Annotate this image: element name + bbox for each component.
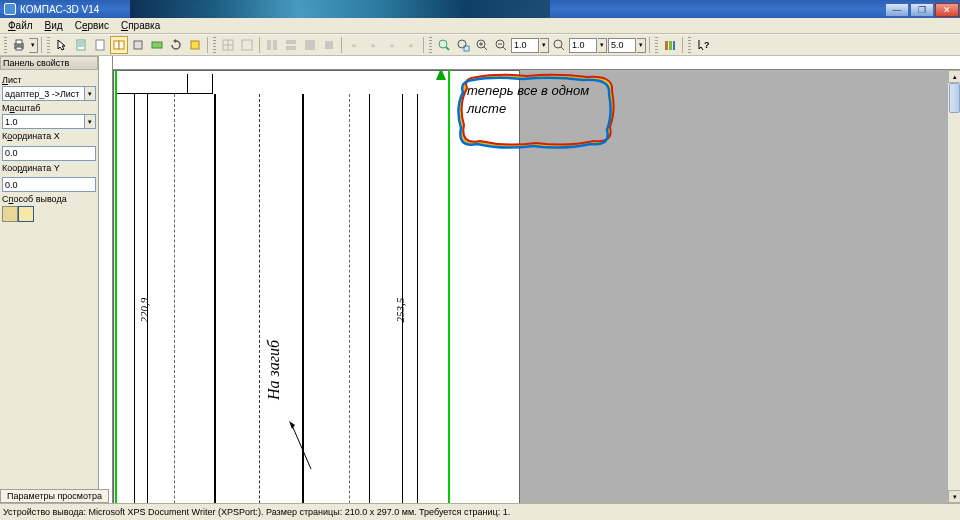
zoom-dropdown[interactable]: ▾ xyxy=(540,38,549,53)
multi-page-icon[interactable] xyxy=(110,36,128,54)
tool-icon[interactable] xyxy=(148,36,166,54)
grip[interactable] xyxy=(655,37,658,53)
svg-rect-10 xyxy=(242,40,252,50)
sheet-border xyxy=(115,70,450,503)
layout-icon[interactable] xyxy=(282,36,300,54)
rotate-icon[interactable] xyxy=(167,36,185,54)
svg-rect-24 xyxy=(669,41,672,50)
output-label: Способ вывода xyxy=(2,194,96,204)
menu-file[interactable]: Файл xyxy=(2,19,39,32)
svg-rect-14 xyxy=(286,46,296,50)
grip[interactable] xyxy=(688,37,691,53)
svg-rect-1 xyxy=(16,40,22,44)
svg-rect-23 xyxy=(665,41,668,50)
svg-rect-9 xyxy=(191,41,199,49)
scale-input[interactable] xyxy=(2,114,85,129)
help-icon[interactable]: ? xyxy=(694,36,712,54)
workspace: 220,9 253,5 На загиб теперь все в одном xyxy=(99,56,960,503)
svg-point-17 xyxy=(439,40,447,48)
svg-text:?: ? xyxy=(704,40,710,50)
pointer-icon[interactable] xyxy=(53,36,71,54)
svg-rect-13 xyxy=(286,40,296,44)
axis-arrow-icon xyxy=(436,70,446,80)
svg-point-22 xyxy=(554,40,562,48)
status-text: Устройство вывода: Microsoft XPS Documen… xyxy=(3,507,510,517)
svg-rect-4 xyxy=(96,40,104,50)
grip[interactable] xyxy=(213,37,216,53)
close-button[interactable]: ✕ xyxy=(935,3,959,17)
grip[interactable] xyxy=(4,37,7,53)
page-icon[interactable] xyxy=(91,36,109,54)
zoom-icon[interactable] xyxy=(550,36,568,54)
zoom-dropdown[interactable]: ▾ xyxy=(637,38,646,53)
layout-icon[interactable] xyxy=(301,36,319,54)
scroll-thumb[interactable] xyxy=(949,83,960,113)
grip[interactable] xyxy=(47,37,50,53)
panel-tab[interactable]: Параметры просмотра xyxy=(0,489,109,503)
dimension-1: 220,9 xyxy=(138,298,150,323)
grid-icon[interactable] xyxy=(219,36,237,54)
mode-button-2[interactable] xyxy=(18,206,34,222)
annotation-bubble: теперь все в одном листе xyxy=(455,72,615,149)
scrollbar-vertical[interactable]: ▴ ▾ xyxy=(947,70,960,503)
zoom-value-3[interactable]: 5.0 xyxy=(608,38,636,53)
coordy-label: Координата Y xyxy=(2,163,96,173)
layout-icon[interactable] xyxy=(320,36,338,54)
tool-icon[interactable]: ▫ xyxy=(383,36,401,54)
dropdown-icon[interactable]: ▾ xyxy=(85,114,96,129)
zoom-dropdown[interactable]: ▾ xyxy=(598,38,607,53)
svg-rect-2 xyxy=(16,47,22,50)
menu-tools[interactable]: Сервис xyxy=(69,19,115,32)
svg-rect-25 xyxy=(673,41,675,50)
dropdown-icon[interactable]: ▾ xyxy=(85,86,96,101)
center-line xyxy=(259,94,260,503)
zoom-fit-icon[interactable] xyxy=(435,36,453,54)
scroll-up-icon[interactable]: ▴ xyxy=(948,70,960,83)
ruler-horizontal xyxy=(113,56,960,70)
canvas[interactable]: 220,9 253,5 На загиб теперь все в одном xyxy=(113,70,960,503)
coordx-input[interactable] xyxy=(2,146,96,161)
sheet-select[interactable] xyxy=(2,86,85,101)
mode-button-1[interactable] xyxy=(2,206,18,222)
grip[interactable] xyxy=(429,37,432,53)
print-dropdown[interactable]: ▾ xyxy=(29,38,38,53)
minimize-button[interactable]: — xyxy=(885,3,909,17)
app-icon xyxy=(4,3,16,15)
svg-rect-11 xyxy=(267,40,271,50)
annotation-line-1: теперь все в одном xyxy=(467,83,589,98)
scroll-down-icon[interactable]: ▾ xyxy=(948,490,960,503)
tool-icon[interactable]: ▫ xyxy=(364,36,382,54)
library-icon[interactable] xyxy=(661,36,679,54)
zoom-in-icon[interactable] xyxy=(473,36,491,54)
layout-icon[interactable] xyxy=(263,36,281,54)
document-icon[interactable] xyxy=(72,36,90,54)
config-icon[interactable] xyxy=(186,36,204,54)
app-title: КОМПАС-3D V14 xyxy=(20,4,99,15)
print-icon[interactable] xyxy=(10,36,28,54)
drawing-line xyxy=(214,94,216,503)
drawing-line xyxy=(134,94,135,503)
title-block xyxy=(117,74,213,94)
coordy-input[interactable] xyxy=(2,177,96,192)
scale-label: Масштаб xyxy=(2,103,96,113)
tool-icon[interactable] xyxy=(129,36,147,54)
zoom-value-2[interactable]: 1.0 xyxy=(569,38,597,53)
maximize-button[interactable]: ❐ xyxy=(910,3,934,17)
svg-rect-16 xyxy=(325,41,333,49)
toolbar: ▾ ▫ ▫ ▫ ▫ 1.0▾ 1.0▾ 5.0▾ ? xyxy=(0,34,960,56)
zoom-out-icon[interactable] xyxy=(492,36,510,54)
zoom-window-icon[interactable] xyxy=(454,36,472,54)
annotation-line-2: листе xyxy=(467,101,506,116)
drawing-line xyxy=(369,94,370,503)
svg-rect-15 xyxy=(305,40,315,50)
menu-help[interactable]: Справка xyxy=(115,19,166,32)
tool-icon[interactable]: ▫ xyxy=(402,36,420,54)
drawing-line xyxy=(174,94,175,503)
menu-view[interactable]: Вид xyxy=(39,19,69,32)
svg-rect-12 xyxy=(273,40,277,50)
drawing-line xyxy=(417,94,418,503)
zoom-value-1[interactable]: 1.0 xyxy=(511,38,539,53)
tool-icon[interactable]: ▫ xyxy=(345,36,363,54)
drawing-label: На загиб xyxy=(265,340,283,400)
grid-icon[interactable] xyxy=(238,36,256,54)
